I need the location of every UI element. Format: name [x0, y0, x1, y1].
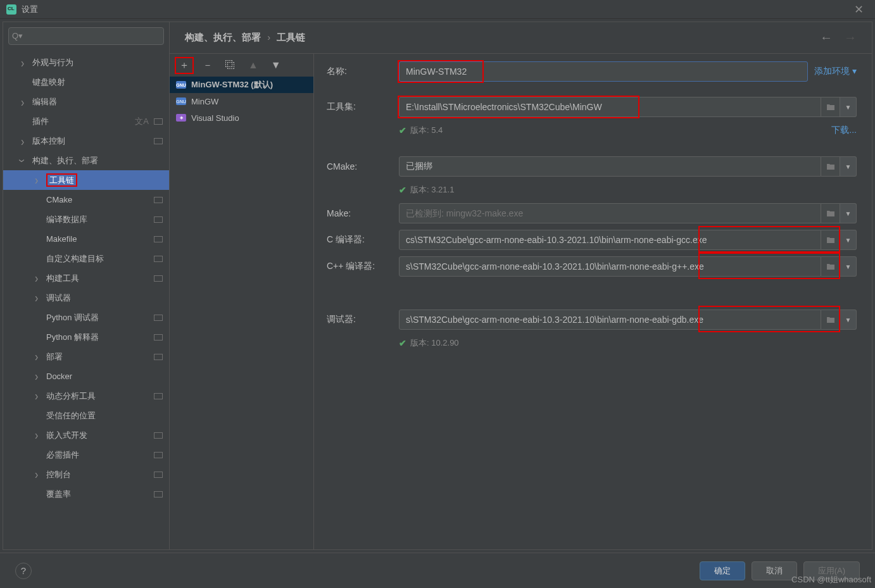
sidebar-item-label: 受信任的位置 — [46, 410, 96, 422]
make-browse-button[interactable] — [821, 203, 840, 223]
project-badge-icon — [154, 236, 163, 242]
c-compiler-dropdown[interactable]: ▼ — [840, 230, 857, 250]
debugger-input[interactable] — [399, 310, 821, 330]
settings-tree: 外观与行为键盘映射编辑器插件文A版本控制构建、执行、部署工具链CMake编译数据… — [3, 50, 169, 549]
project-badge-icon — [154, 334, 163, 341]
breadcrumb: 构建、执行、部署 › 工具链 — [185, 32, 305, 44]
sidebar-item-6[interactable]: 工具链 — [3, 170, 169, 190]
sidebar-item-21[interactable]: 控制台 — [3, 465, 169, 484]
help-button[interactable]: ? — [15, 563, 32, 579]
make-dropdown[interactable]: ▼ — [840, 203, 857, 223]
search-input[interactable] — [8, 27, 164, 45]
sidebar-item-label: 外观与行为 — [32, 57, 73, 68]
sidebar-item-label: CMake — [46, 195, 72, 204]
make-label: Make: — [327, 208, 393, 218]
cpp-compiler-input[interactable] — [399, 256, 821, 277]
cmake-input[interactable] — [399, 156, 821, 177]
project-badge-icon — [154, 256, 163, 262]
sidebar-item-label: Python 调试器 — [46, 312, 99, 323]
cpp-compiler-dropdown[interactable]: ▼ — [840, 256, 857, 277]
toolset-browse-button[interactable] — [821, 97, 840, 117]
check-icon: ✔ — [399, 338, 406, 348]
sidebar-item-label: 插件 — [32, 116, 49, 127]
project-badge-icon — [154, 138, 163, 144]
project-badge-icon — [154, 452, 163, 458]
project-badge-icon — [154, 354, 163, 360]
sidebar-item-2[interactable]: 编辑器 — [3, 92, 169, 111]
toolchain-item-label: MinGW-STM32 (默认) — [191, 79, 273, 91]
toolset-input[interactable] — [399, 97, 821, 117]
sidebar-item-7[interactable]: CMake — [3, 190, 169, 210]
gnu-icon: GNU — [176, 97, 186, 105]
sidebar-item-8[interactable]: 编译数据库 — [3, 210, 169, 229]
sidebar-item-20[interactable]: 必需插件 — [3, 445, 169, 465]
sidebar-item-label: 版本控制 — [32, 135, 65, 147]
back-button[interactable]: ← — [820, 30, 833, 45]
sidebar-item-15[interactable]: 部署 — [3, 347, 169, 366]
sidebar-item-label: 覆盖率 — [46, 489, 71, 500]
sidebar-item-10[interactable]: 自定义构建目标 — [3, 249, 169, 268]
debugger-browse-button[interactable] — [821, 310, 840, 330]
download-link[interactable]: 下载... — [831, 125, 857, 136]
toolset-dropdown[interactable]: ▼ — [840, 97, 857, 117]
project-badge-icon — [154, 275, 163, 282]
ok-button[interactable]: 确定 — [700, 561, 745, 580]
check-icon: ✔ — [399, 125, 406, 135]
sidebar-item-22[interactable]: 覆盖率 — [3, 484, 169, 504]
name-label: 名称: — [327, 66, 393, 77]
sidebar-item-17[interactable]: 动态分析工具 — [3, 386, 169, 406]
toolset-version: 版本: 5.4 — [410, 125, 443, 136]
check-icon: ✔ — [399, 185, 406, 195]
cpp-compiler-browse-button[interactable] — [821, 256, 840, 277]
sidebar-item-14[interactable]: Python 解释器 — [3, 327, 169, 347]
forward-button[interactable]: → — [844, 30, 857, 45]
sidebar-item-label: 控制台 — [46, 469, 71, 480]
close-button[interactable]: ✕ — [849, 0, 869, 19]
sidebar-item-label: 部署 — [46, 351, 63, 363]
sidebar-item-11[interactable]: 构建工具 — [3, 268, 169, 288]
toolchain-item-0[interactable]: GNUMinGW-STM32 (默认) — [170, 77, 313, 93]
sidebar-item-5[interactable]: 构建、执行、部署 — [3, 151, 169, 170]
titlebar: 设置 ✕ — [0, 0, 875, 19]
make-input[interactable] — [399, 203, 821, 223]
language-icon: 文A — [135, 116, 149, 127]
toolchain-item-2[interactable]: ◈Visual Studio — [170, 109, 313, 126]
sidebar-item-9[interactable]: Makefile — [3, 229, 169, 249]
name-input[interactable] — [399, 61, 808, 82]
sidebar-item-label: 调试器 — [46, 292, 71, 304]
sidebar-item-19[interactable]: 嵌入式开发 — [3, 425, 169, 445]
remove-toolchain-button[interactable]: － — [199, 58, 217, 73]
sidebar-item-label: 编译数据库 — [46, 214, 87, 225]
sidebar-item-3[interactable]: 插件文A — [3, 111, 169, 131]
project-badge-icon — [154, 393, 163, 399]
sidebar-item-label: 编辑器 — [32, 96, 57, 108]
sidebar-item-1[interactable]: 键盘映射 — [3, 72, 169, 92]
sidebar-item-12[interactable]: 调试器 — [3, 288, 169, 308]
sidebar-item-label: 工具链 — [46, 175, 77, 186]
watermark: CSDN @tt姐whaosoft — [791, 574, 871, 585]
cancel-button[interactable]: 取消 — [752, 561, 797, 580]
sidebar-item-4[interactable]: 版本控制 — [3, 131, 169, 151]
cmake-dropdown[interactable]: ▼ — [840, 156, 857, 177]
cmake-browse-button[interactable] — [821, 156, 840, 177]
copy-toolchain-button[interactable]: ⿻ — [222, 58, 239, 72]
debugger-dropdown[interactable]: ▼ — [840, 310, 857, 330]
sidebar-item-13[interactable]: Python 调试器 — [3, 308, 169, 327]
search-icon: Q▾ — [12, 31, 23, 41]
move-down-button[interactable]: ▼ — [267, 58, 285, 72]
add-environment-link[interactable]: 添加环境 ▾ — [814, 66, 857, 77]
footer: ? 确定 取消 应用(A) — [0, 553, 875, 588]
sidebar-item-18[interactable]: 受信任的位置 — [3, 406, 169, 425]
sidebar-item-16[interactable]: Docker — [3, 366, 169, 386]
c-compiler-browse-button[interactable] — [821, 230, 840, 250]
sidebar-item-0[interactable]: 外观与行为 — [3, 53, 169, 72]
c-compiler-label: C 编译器: — [327, 234, 393, 246]
toolchain-item-1[interactable]: GNUMinGW — [170, 93, 313, 109]
debugger-version: 版本: 10.2.90 — [410, 337, 459, 349]
debugger-label: 调试器: — [327, 314, 393, 325]
project-badge-icon — [154, 197, 163, 203]
add-toolchain-button[interactable]: ＋ — [175, 57, 194, 74]
move-up-button[interactable]: ▲ — [244, 58, 262, 72]
c-compiler-input[interactable] — [399, 230, 821, 250]
project-badge-icon — [154, 432, 163, 439]
